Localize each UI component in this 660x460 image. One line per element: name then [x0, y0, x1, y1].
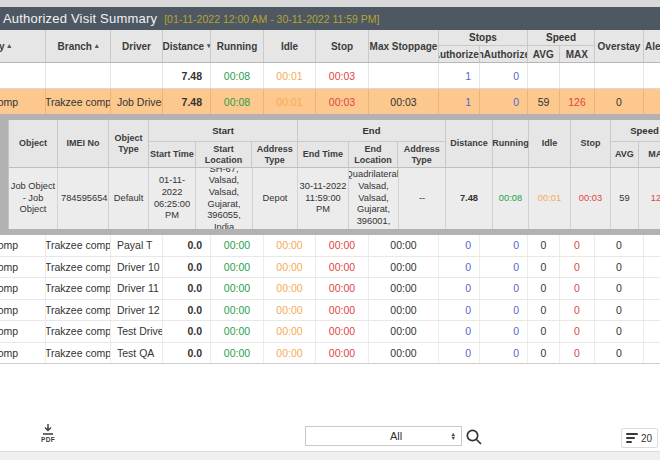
cell-authorized: 0: [439, 321, 480, 342]
cell-overstay: 0: [595, 235, 644, 256]
rows-filter-icon: [626, 433, 638, 443]
download-icon: [42, 424, 54, 435]
column-header-unauthorized[interactable]: UnAuthorized: [480, 46, 527, 62]
detail-column-end-time: End Time: [298, 142, 349, 167]
table-row[interactable]: Trakzee comp Trakzee comp Driver 10 0.0 …: [0, 257, 660, 279]
cell-distance: 0.0: [163, 321, 211, 342]
search-input[interactable]: [305, 426, 386, 446]
cell-driver: Driver 10: [111, 257, 163, 278]
cell-max-speed: 0: [560, 235, 595, 256]
detail-start-address-type: Depot: [253, 168, 298, 229]
driver-rows: Trakzee comp Trakzee comp Payal T 0.0 00…: [0, 235, 660, 364]
column-header-idle[interactable]: Idle: [264, 30, 316, 62]
panel-title-bar: Authorized Visit Summary [01-11-2022 12:…: [0, 7, 660, 30]
cell-company: Trakzee comp: [0, 235, 46, 256]
cell-driver: Test QA: [111, 343, 163, 364]
detail-max: 126: [639, 168, 660, 229]
cell-overstay: 0: [595, 343, 644, 364]
search-icon: [465, 428, 483, 446]
detail-end-time: 30-11-2022 11:59:00 PM: [298, 168, 349, 229]
detail-object: Job Object - Job Object: [9, 168, 58, 229]
column-header-max-speed[interactable]: MAX: [560, 46, 594, 62]
report-date-range: [01-11-2022 12:00 AM - 30-11-2022 11:59 …: [164, 13, 379, 25]
column-header-max-stoppage[interactable]: Max Stoppage: [369, 30, 439, 62]
column-group-stops: Stops Authorized UnAuthorized: [439, 30, 528, 62]
detail-start-time: 01-11-2022 06:25:00 PM: [149, 168, 196, 229]
column-header-stop[interactable]: Stop: [316, 30, 369, 62]
cell-unauthorized: 0: [480, 89, 528, 115]
total-distance: 7.48: [163, 63, 211, 88]
cell-avg-speed: 0: [528, 257, 560, 278]
column-header-distance[interactable]: Distance ▾: [163, 30, 211, 62]
totals-row: 7.48 00:08 00:01 00:03 1 0: [0, 63, 660, 89]
select-arrows-icon: ▲▼: [451, 432, 456, 441]
cell-authorized: 0: [439, 300, 480, 321]
cell-unauthorized: 0: [480, 343, 528, 364]
footer-strip: [0, 451, 660, 460]
cell-driver: Payal T: [111, 235, 163, 256]
column-header-running[interactable]: Running: [211, 30, 264, 62]
cell-idle: 00:00: [264, 300, 316, 321]
cell-max-stoppage: 00:00: [369, 278, 439, 299]
column-header-alert[interactable]: Alert: [644, 30, 660, 62]
page-size-selector[interactable]: 20: [621, 428, 658, 448]
authorized-visit-summary-window: Authorized Visit Summary [01-11-2022 12:…: [0, 0, 660, 460]
cell-max-stoppage: 00:00: [369, 343, 439, 364]
detail-idle: 00:01: [529, 168, 571, 229]
detail-group-speed: Speed AVG MAX: [611, 120, 660, 167]
selected-filter-option: All: [390, 430, 402, 442]
search-button[interactable]: [465, 428, 483, 446]
detail-imei: 78459565412: [58, 168, 109, 229]
detail-object-type: Default: [109, 168, 149, 229]
detail-column-start-location: Start Location: [196, 142, 253, 167]
detail-column-running: Running: [493, 120, 529, 167]
column-header-company[interactable]: Company ▴: [0, 30, 46, 62]
page-size-value: 20: [641, 433, 652, 444]
cell-avg-speed: 0: [528, 235, 560, 256]
cell-unauthorized: 0: [480, 278, 528, 299]
column-header-branch[interactable]: Branch ▴: [46, 30, 111, 62]
column-header-authorized[interactable]: Authorized: [439, 46, 480, 62]
cell-max-stoppage: 00:00: [369, 257, 439, 278]
detail-start-location: SH-67, Valsad, Valsad, Gujarat, 396055, …: [196, 168, 253, 229]
detail-column-max: MAX: [639, 142, 660, 167]
cell-authorized: 0: [439, 235, 480, 256]
sort-asc-icon: ▴: [95, 42, 99, 50]
table-row[interactable]: Trakzee comp Trakzee comp Test QA 0.0 00…: [0, 343, 660, 365]
cell-stop: 00:00: [316, 321, 369, 342]
table-row[interactable]: Trakzee comp Trakzee comp Driver 12 0.0 …: [0, 300, 660, 322]
cell-company: Trakzee comp: [0, 278, 46, 299]
table-row[interactable]: Trakzee comp Trakzee comp Test Driver 0.…: [0, 321, 660, 343]
column-header-avg-speed[interactable]: AVG: [528, 46, 560, 62]
detail-column-imei: IMEI No: [58, 120, 109, 167]
search-column-select[interactable]: All ▲▼: [385, 426, 462, 446]
cell-branch: Trakzee comp: [46, 343, 111, 364]
cell-driver: Driver 12: [111, 300, 163, 321]
cell-max-speed: 126: [560, 89, 595, 115]
page-title: Authorized Visit Summary: [3, 11, 157, 26]
pdf-label: PDF: [41, 436, 55, 443]
column-header-driver[interactable]: Driver: [111, 30, 163, 62]
cell-max-speed: 0: [560, 278, 595, 299]
cell-max-speed: 0: [560, 343, 595, 364]
detail-column-object: Object: [9, 120, 58, 167]
column-header-overstay[interactable]: Overstay: [595, 30, 644, 62]
table-row[interactable]: Trakzee comp Trakzee comp Payal T 0.0 00…: [0, 235, 660, 257]
summary-table: Company ▴ Branch ▴ Driver Distance ▾ Run…: [0, 30, 660, 115]
cell-running: 00:00: [211, 235, 264, 256]
detail-column-object-type: Object Type: [109, 120, 149, 167]
cell-company: Trakzee comp: [0, 300, 46, 321]
cell-authorized: 0: [439, 278, 480, 299]
cell-running: 00:00: [211, 343, 264, 364]
cell-authorized: 0: [439, 257, 480, 278]
total-stop: 00:03: [316, 63, 369, 88]
cell-avg-speed: 59: [528, 89, 560, 115]
table-row[interactable]: Trakzee comp Trakzee comp Driver 11 0.0 …: [0, 278, 660, 300]
cell-running: 00:00: [211, 278, 264, 299]
cell-idle: 00:01: [264, 89, 316, 115]
cell-unauthorized: 0: [480, 235, 528, 256]
cell-stop: 00:00: [316, 278, 369, 299]
detail-column-start-address-type: Address Type: [252, 142, 297, 167]
export-pdf-button[interactable]: PDF: [36, 424, 60, 448]
table-row-expanded[interactable]: Trakzee comp Trakzee comp Job Driver 7.4…: [0, 89, 660, 115]
